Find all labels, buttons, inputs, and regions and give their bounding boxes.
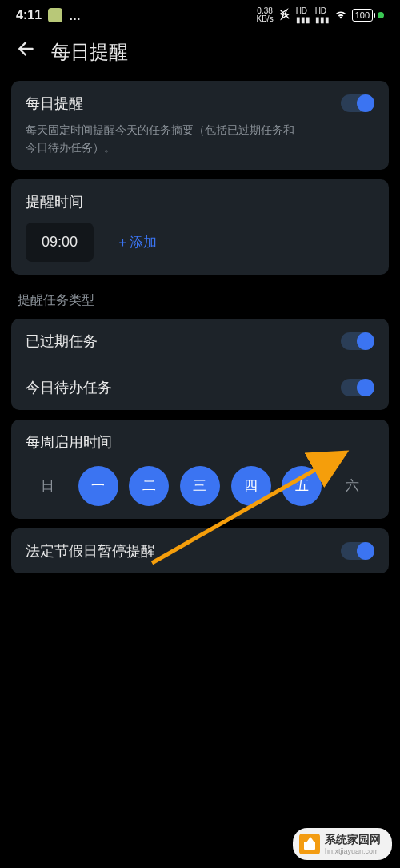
today-tasks-toggle[interactable]: [341, 379, 374, 396]
daily-reminder-label: 每日提醒: [26, 94, 83, 113]
holiday-card: 法定节假日暂停提醒: [11, 528, 389, 573]
today-tasks-label: 今日待办任务: [26, 378, 112, 397]
weekly-card: 每周启用时间 日 一 二 三 四 五 六: [11, 420, 389, 519]
day-fri[interactable]: 五: [282, 466, 322, 506]
day-sun[interactable]: 日: [27, 466, 67, 506]
page-title: 每日提醒: [51, 39, 128, 65]
remind-time-card: 提醒时间 09:00 ＋添加: [11, 179, 389, 275]
page-header: 每日提醒: [0, 29, 400, 81]
watermark-house-icon: [299, 834, 320, 854]
day-sat[interactable]: 六: [333, 466, 373, 506]
remind-time-value[interactable]: 09:00: [26, 223, 94, 262]
holiday-pause-label: 法定节假日暂停提醒: [26, 541, 155, 561]
watermark-name: 系统家园网: [325, 833, 381, 846]
watermark-url: hn.xtjiayuan.com: [325, 847, 381, 855]
day-mon[interactable]: 一: [78, 466, 118, 506]
day-wed[interactable]: 三: [180, 466, 220, 506]
day-thu[interactable]: 四: [231, 466, 271, 506]
remind-time-label: 提醒时间: [26, 192, 374, 211]
status-time: 4:11: [16, 8, 42, 22]
daily-reminder-card: 每日提醒 每天固定时间提醒今天的任务摘要（包括已过期任务和今日待办任务）。: [11, 81, 389, 170]
weekly-label: 每周启用时间: [26, 432, 374, 452]
signal-hd-icon-2: HD▮▮▮: [315, 6, 330, 24]
wifi-icon: [334, 8, 347, 23]
overdue-tasks-toggle[interactable]: [341, 332, 374, 350]
status-bar: 4:11 … 0.38KB/s HD▮▮▮ HD▮▮▮ 100: [0, 0, 400, 29]
status-app-icon: [48, 8, 62, 22]
back-button[interactable]: [16, 38, 37, 65]
holiday-pause-toggle[interactable]: [341, 542, 374, 560]
watermark: 系统家园网 hn.xtjiayuan.com: [293, 828, 392, 860]
overdue-tasks-label: 已过期任务: [26, 332, 98, 351]
dnd-icon: [278, 8, 291, 23]
task-type-section-label: 提醒任务类型: [18, 292, 382, 309]
daily-reminder-toggle[interactable]: [341, 94, 374, 112]
status-speed: 0.38KB/s: [257, 7, 274, 23]
battery-icon: 100: [352, 9, 373, 22]
signal-hd-icon-1: HD▮▮▮: [296, 6, 310, 24]
privacy-dot-icon: [378, 12, 384, 18]
status-more-icon: …: [69, 9, 82, 22]
day-tue[interactable]: 二: [129, 466, 169, 506]
task-type-card: 已过期任务 今日待办任务: [11, 319, 389, 410]
daily-reminder-desc: 每天固定时间提醒今天的任务摘要（包括已过期任务和今日待办任务）。: [26, 121, 298, 157]
add-time-button[interactable]: ＋添加: [116, 233, 157, 251]
